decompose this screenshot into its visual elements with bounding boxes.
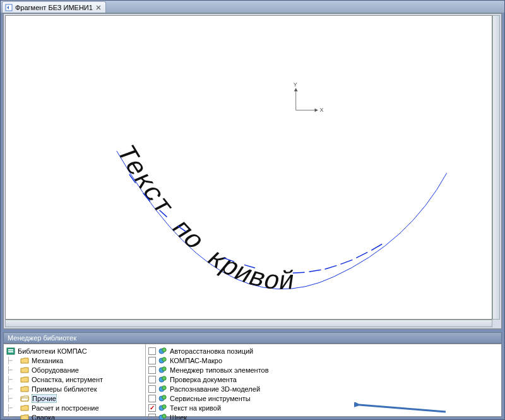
tree-item[interactable]: ├··Оборудование: [5, 365, 144, 375]
tree-branch-icon: └··: [6, 414, 18, 420]
library-list[interactable]: Авторасстановка позицийКОМПАС-МакроМенед…: [146, 344, 501, 416]
checkbox[interactable]: [148, 385, 156, 393]
list-item-label: Менеджер типовых элементов: [170, 366, 269, 374]
svg-line-13: [324, 265, 336, 269]
library-item-icon: [158, 385, 167, 393]
library-item-icon: [158, 366, 167, 375]
horizontal-scrollbar[interactable]: [5, 320, 492, 327]
svg-marker-4: [294, 88, 298, 92]
drawing-area-frame: X Y Текст по кривой: [3, 13, 502, 329]
tree-item[interactable]: ├··Оснастка, инструмент: [5, 375, 144, 384]
list-item[interactable]: Текст на кривой: [147, 403, 500, 412]
svg-line-12: [309, 270, 321, 272]
tree-item-label: Оснастка, инструмент: [32, 376, 103, 383]
library-item-icon: [158, 375, 167, 384]
svg-point-21: [162, 347, 166, 351]
list-item[interactable]: КОМПАС-Макро: [147, 356, 500, 365]
text-on-curve: Текст по кривой: [110, 140, 295, 297]
close-icon[interactable]: [95, 4, 102, 11]
tree-item[interactable]: ├··Механика: [5, 356, 144, 365]
checkbox[interactable]: [148, 366, 156, 374]
folder-icon: [20, 376, 29, 383]
checkbox[interactable]: [148, 395, 156, 402]
library-item-icon: [158, 404, 167, 412]
library-root-icon: [6, 347, 15, 356]
list-item[interactable]: Менеджер типовых элементов: [147, 365, 500, 375]
tree-root[interactable]: Библиотеки КОМПАС: [5, 346, 144, 356]
svg-marker-2: [315, 108, 318, 112]
list-item-label: Авторасстановка позиций: [170, 347, 253, 355]
folder-icon: [20, 366, 29, 374]
svg-point-27: [162, 376, 166, 380]
axes-marker: X Y: [294, 81, 324, 114]
svg-line-15: [356, 252, 367, 258]
tree-item-label: Прочие: [32, 394, 57, 403]
tree-branch-icon: ├··: [6, 357, 18, 364]
text-on-curve-content: Текст по кривой: [110, 140, 295, 297]
tree-root-label: Библиотеки КОМПАС: [18, 347, 87, 355]
list-item[interactable]: Шнек: [147, 412, 500, 420]
list-item-label: КОМПАС-Макро: [170, 357, 222, 364]
checkbox[interactable]: [148, 404, 156, 412]
tree-item[interactable]: ├··Расчет и построение: [5, 403, 144, 412]
checkbox[interactable]: [148, 376, 156, 383]
svg-point-33: [162, 404, 166, 408]
tree-branch-icon: ├··: [6, 404, 18, 411]
axis-x-label: X: [320, 107, 324, 113]
tree-item[interactable]: ├··Примеры библиотек: [5, 384, 144, 393]
list-item[interactable]: Проверка документа: [147, 375, 500, 384]
document-tab[interactable]: Фрагмент БЕЗ ИМЕНИ1: [2, 1, 106, 13]
library-item-icon: [158, 347, 167, 356]
folder-icon: [20, 414, 29, 421]
drawing-svg: X Y Текст по кривой: [6, 16, 492, 319]
vertical-scrollbar[interactable]: [492, 15, 500, 320]
svg-point-35: [162, 414, 166, 417]
tree-item-label: Оборудование: [32, 366, 79, 374]
checkbox[interactable]: [148, 347, 156, 355]
drawing-canvas[interactable]: X Y Текст по кривой: [5, 15, 492, 320]
svg-point-29: [162, 385, 166, 389]
tree-branch-icon: ├··: [6, 385, 18, 392]
library-item-icon: [158, 356, 167, 365]
tree-item[interactable]: └··Сварка: [5, 412, 144, 420]
library-manager-panel: Библиотеки КОМПАС ├··Механика├··Оборудов…: [3, 344, 502, 417]
library-item-icon: [158, 413, 167, 421]
document-tab-bar: Фрагмент БЕЗ ИМЕНИ1: [1, 1, 504, 13]
tree-item-label: Сварка: [32, 414, 55, 421]
tree-item-label: Механика: [32, 357, 63, 364]
tree-item-label: Расчет и построение: [32, 404, 99, 412]
list-item[interactable]: Авторасстановка позиций: [147, 346, 500, 356]
svg-point-25: [162, 366, 166, 370]
tree-item[interactable]: ├··Прочие: [5, 393, 144, 403]
fragment-icon: [5, 4, 13, 11]
folder-icon: [20, 385, 29, 393]
list-item[interactable]: Распознавание 3D-моделей: [147, 384, 500, 393]
document-tab-title: Фрагмент БЕЗ ИМЕНИ1: [15, 4, 93, 11]
list-item[interactable]: Сервисные инструменты: [147, 393, 500, 403]
library-manager-title: Менеджер библиотек: [3, 332, 502, 344]
folder-icon: [20, 357, 29, 364]
folder-icon: [20, 395, 29, 402]
svg-point-31: [162, 395, 166, 399]
folder-icon: [20, 404, 29, 412]
axis-y-label: Y: [294, 81, 297, 88]
list-item-label: Текст на кривой: [170, 404, 221, 412]
list-item-label: Шнек: [170, 414, 187, 421]
svg-point-23: [162, 357, 166, 361]
list-item-label: Распознавание 3D-моделей: [170, 385, 260, 393]
svg-rect-19: [8, 351, 13, 352]
checkbox[interactable]: [148, 414, 156, 421]
tree-branch-icon: ├··: [6, 395, 18, 402]
tree-item-label: Примеры библиотек: [32, 385, 97, 393]
svg-rect-18: [8, 349, 13, 351]
list-item-label: Проверка документа: [170, 376, 237, 383]
tree-branch-icon: ├··: [6, 366, 18, 373]
library-tree[interactable]: Библиотеки КОМПАС ├··Механика├··Оборудов…: [4, 344, 146, 416]
list-item-label: Сервисные инструменты: [170, 395, 251, 402]
checkbox[interactable]: [148, 357, 156, 364]
tree-branch-icon: ├··: [6, 376, 18, 383]
svg-line-11: [293, 272, 305, 273]
svg-line-14: [340, 260, 352, 264]
library-item-icon: [158, 394, 167, 403]
